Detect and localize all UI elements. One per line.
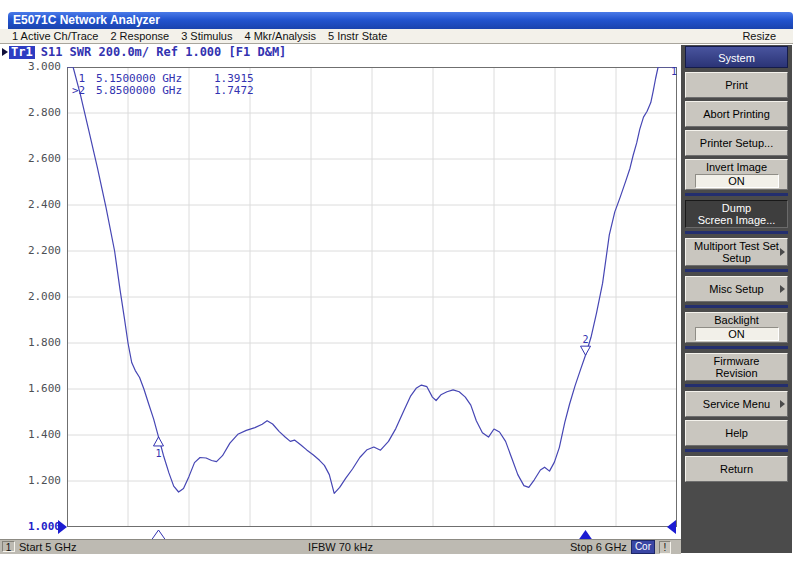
marker-2-stimulus-indicator[interactable]: [579, 530, 593, 540]
y-axis-tick-label: 3.000: [0, 60, 61, 73]
softkey-group-separator: [685, 193, 788, 196]
softkey-state-backlight: ON: [695, 327, 779, 341]
y-axis-tick-label: 1.400: [0, 428, 61, 441]
marker-2-glyph[interactable]: [581, 346, 591, 355]
softkey-label: Print: [725, 79, 748, 91]
marker-2-number: 2: [582, 334, 588, 345]
softkey-label: Misc Setup: [709, 283, 763, 295]
softkey-misc-setup[interactable]: Misc Setup: [685, 276, 788, 302]
softkey-dump-screen-image[interactable]: DumpScreen Image...: [685, 200, 788, 228]
menu-resize[interactable]: Resize: [742, 30, 776, 42]
y-axis-tick-label: 2.200: [0, 244, 61, 257]
active-trace-arrow-icon: [2, 48, 8, 56]
softkey-label: Dump: [722, 202, 751, 214]
softkey-label: Help: [725, 427, 748, 439]
softkey-service-menu[interactable]: Service Menu: [685, 391, 788, 417]
softkey-backlight[interactable]: BacklightON: [685, 312, 788, 343]
softkey-help[interactable]: Help: [685, 420, 788, 446]
trace-number-label: 1: [671, 66, 677, 77]
softkey-group-separator: [685, 269, 788, 272]
submenu-arrow-icon: [780, 400, 785, 408]
marker-2-frequency: 5.8500000 GHz: [96, 85, 214, 97]
marker-readout: 15.1500000 GHz1.3915 >25.8500000 GHz1.74…: [72, 73, 254, 97]
softkey-print[interactable]: Print: [685, 72, 788, 98]
window-title: E5071C Network Analyzer: [13, 13, 160, 27]
softkey-label: Revision: [715, 367, 757, 379]
softkey-abort-printing[interactable]: Abort Printing: [685, 101, 788, 127]
menu-stimulus[interactable]: 3 Stimulus: [181, 30, 232, 42]
sweep-stop-label: Stop 6 GHz: [570, 541, 627, 553]
softkey-button-stack: PrintAbort PrintingPrinter Setup...Inver…: [685, 72, 788, 482]
softkey-label: Printer Setup...: [700, 137, 773, 149]
softkey-group-separator: [685, 231, 788, 234]
softkey-group-separator: [685, 384, 788, 387]
menu-response[interactable]: 2 Response: [110, 30, 169, 42]
softkey-group-separator: [685, 305, 788, 308]
menu-bar: 1 Active Ch/Trace 2 Response 3 Stimulus …: [0, 29, 793, 44]
sweep-start-label: Start 5 GHz: [19, 540, 76, 554]
trace-info-text: S11 SWR 200.0m/ Ref 1.000 [F1 D&M]: [41, 45, 287, 59]
trace-name-badge[interactable]: Tr1: [9, 46, 35, 59]
y-axis-tick-label: 1.000: [0, 520, 61, 533]
submenu-arrow-icon: [780, 285, 785, 293]
ifbw-label: IFBW 70 kHz: [308, 540, 373, 554]
softkey-sidebar: System PrintAbort PrintingPrinter Setup.…: [681, 45, 792, 553]
softkey-group-separator: [685, 346, 788, 349]
alert-indicator: !: [659, 541, 671, 554]
menu-mkr-analysis[interactable]: 4 Mkr/Analysis: [244, 30, 316, 42]
y-axis-tick-label: 2.600: [0, 152, 61, 165]
softkey-invert-image[interactable]: Invert ImageON: [685, 159, 788, 190]
y-axis-tick-label: 2.400: [0, 198, 61, 211]
status-bar: 1 Start 5 GHz IFBW 70 kHz Stop 6 GHz Cor…: [0, 540, 681, 554]
marker-readout-row-2: >25.8500000 GHz1.7472: [72, 85, 254, 97]
y-axis-tick-label: 1.200: [0, 474, 61, 487]
swr-chart[interactable]: 112: [67, 67, 677, 527]
y-axis-tick-label: 1.600: [0, 382, 61, 395]
softkey-menu-title: System: [685, 46, 788, 68]
softkey-label: Screen Image...: [698, 214, 776, 226]
app-window: E5071C Network Analyzer 1 Active Ch/Trac…: [0, 0, 800, 567]
submenu-arrow-icon: [780, 248, 785, 256]
softkey-label: Backlight: [714, 314, 759, 326]
trace-status-line: Tr1 S11 SWR 200.0m/ Ref 1.000 [F1 D&M]: [2, 45, 286, 59]
softkey-label: Abort Printing: [703, 108, 770, 120]
y-axis-tick-label: 2.800: [0, 106, 61, 119]
menu-instr-state[interactable]: 5 Instr State: [328, 30, 387, 42]
marker-1-stimulus-indicator[interactable]: [152, 530, 166, 540]
y-axis-tick-label: 2.000: [0, 290, 61, 303]
softkey-state-invert-image: ON: [695, 174, 779, 188]
softkey-printer-setup[interactable]: Printer Setup...: [685, 130, 788, 156]
softkey-label: Service Menu: [703, 398, 770, 410]
y-axis-tick-label: 1.800: [0, 336, 61, 349]
softkey-group-separator: [685, 449, 788, 452]
softkey-label: Setup: [722, 252, 751, 264]
softkey-label: Firmware: [714, 355, 760, 367]
reference-level-arrow-right: [667, 520, 676, 534]
marker-2-index: >2: [72, 85, 96, 97]
softkey-return[interactable]: Return: [685, 456, 788, 482]
softkey-label: Invert Image: [706, 161, 767, 173]
correction-badge: Cor: [631, 540, 655, 554]
softkey-multiport-test-set-setup[interactable]: Multiport Test SetSetup: [685, 238, 788, 266]
menu-active-ch-trace[interactable]: 1 Active Ch/Trace: [12, 30, 98, 42]
softkey-label: Multiport Test Set: [694, 240, 779, 252]
status-bar-right-group: Stop 6 GHz Cor !: [570, 540, 671, 554]
softkey-firmware-revision[interactable]: FirmwareRevision: [685, 353, 788, 381]
channel-number-box: 1: [2, 541, 15, 552]
softkey-label: Return: [720, 463, 753, 475]
marker-1-number: 1: [155, 448, 161, 459]
reference-level-arrow-left: [58, 520, 67, 534]
marker-1-glyph[interactable]: [154, 437, 164, 446]
marker-2-value: 1.7472: [214, 84, 254, 97]
window-titlebar[interactable]: E5071C Network Analyzer: [8, 12, 793, 29]
